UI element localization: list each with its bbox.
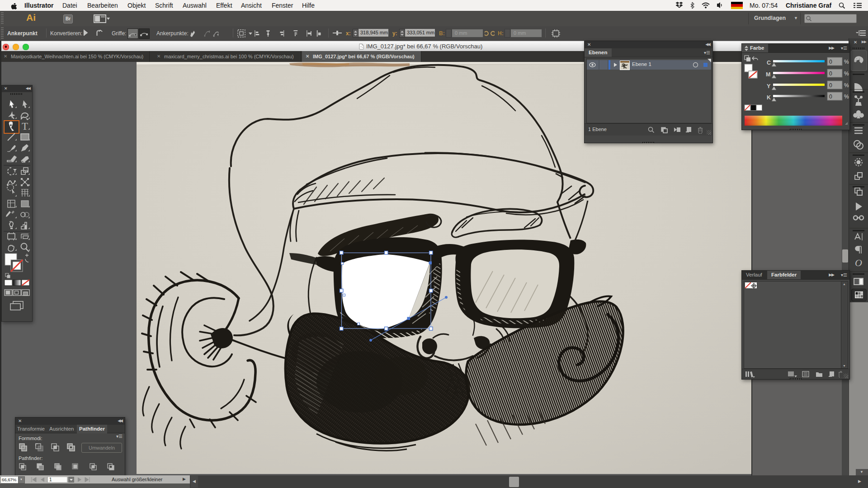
svg-text:K: K: [767, 94, 771, 101]
svg-text:T: T: [22, 121, 28, 132]
svg-text:Y: Y: [767, 83, 771, 89]
svg-text:0: 0: [829, 59, 832, 65]
svg-text:0: 0: [829, 70, 832, 77]
svg-text:0: 0: [829, 82, 832, 89]
svg-text:%: %: [844, 70, 849, 77]
svg-text:O: O: [855, 257, 862, 268]
svg-text:M: M: [766, 71, 770, 78]
svg-text:C: C: [767, 60, 771, 66]
svg-text:%: %: [844, 82, 849, 89]
svg-text:0: 0: [829, 94, 832, 100]
svg-text:1: 1: [49, 477, 52, 482]
svg-text:%: %: [844, 94, 849, 100]
svg-text:%: %: [844, 59, 849, 65]
